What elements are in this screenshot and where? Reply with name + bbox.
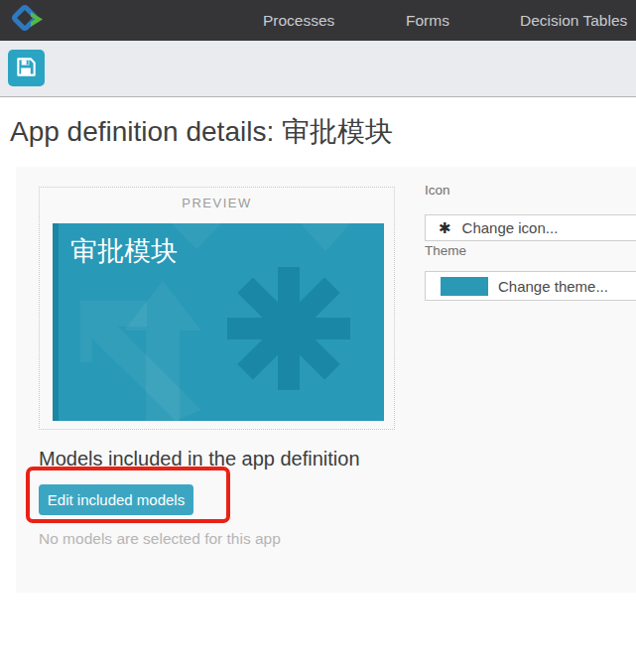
preview-label: PREVIEW (40, 196, 394, 210)
flowable-logo-icon[interactable] (10, 4, 48, 38)
change-theme-label: Change theme... (498, 278, 608, 295)
top-navbar: Processes Forms Decision Tables (0, 0, 636, 41)
asterisk-glyph-icon: ✱ (439, 219, 451, 237)
no-models-text: No models are selected for this app (39, 530, 281, 548)
theme-section-label: Theme (425, 243, 466, 258)
edit-included-models-button[interactable]: Edit included models (39, 484, 193, 515)
change-icon-label: Change icon... (462, 219, 559, 236)
nav-item-decision-tables[interactable]: Decision Tables (520, 0, 627, 41)
change-icon-button[interactable]: ✱ Change icon... (425, 214, 636, 241)
asterisk-icon (222, 262, 355, 395)
save-button[interactable] (8, 50, 45, 86)
nav-item-forms[interactable]: Forms (406, 0, 449, 41)
icon-section-label: Icon (425, 183, 450, 198)
tile-edge-strip (53, 223, 59, 421)
tile-title: 审批模块 (70, 233, 178, 269)
toolbar (0, 41, 636, 97)
page-title: App definition details: 审批模块 (10, 113, 393, 151)
save-icon (15, 56, 38, 81)
app-tile-preview: 审批模块 (53, 223, 384, 421)
models-section-heading: Models included in the app definition (39, 448, 360, 470)
app-definition-panel: PREVIEW 审批模块 Ico (16, 167, 636, 593)
nav-item-processes[interactable]: Processes (263, 0, 334, 41)
theme-color-swatch (441, 277, 488, 296)
preview-box: PREVIEW 审批模块 (39, 187, 395, 430)
change-theme-button[interactable]: Change theme... (425, 271, 636, 301)
